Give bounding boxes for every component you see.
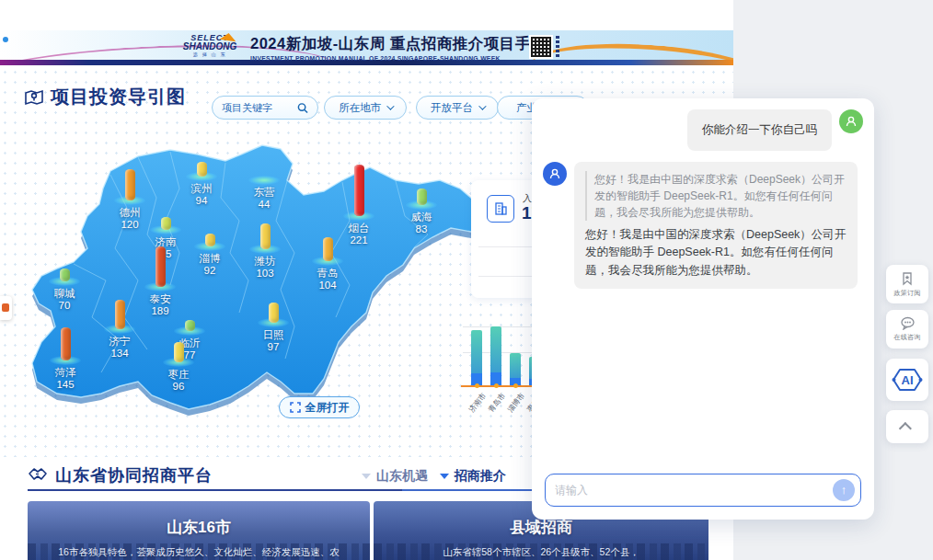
fullscreen-open-button[interactable]: 全屏打开: [279, 396, 360, 418]
keyword-search-input[interactable]: [222, 102, 292, 113]
banner-dot: [3, 37, 8, 42]
filter-platform-dropdown[interactable]: 开放平台: [416, 96, 499, 120]
banner-subtitle: INVESTMENT PROMOTION MANUAL OF 2024 SING…: [250, 55, 526, 62]
bar-淄博市: [510, 353, 521, 385]
filter-platform-label: 开放平台: [431, 101, 473, 115]
logo-subtext: 选 择 山 东: [182, 51, 237, 56]
handshake-icon: [28, 466, 48, 485]
search-icon[interactable]: [297, 102, 308, 114]
select-shandong-logo[interactable]: SELECT SHANDONG 选 择 山 东: [178, 34, 242, 57]
assistant-message-text: 您好！我是由中国的深度求索（DeepSeek）公司开发的智能助手 DeepSee…: [585, 226, 847, 280]
fullscreen-label: 全屏打开: [305, 400, 350, 416]
sidebar-label: 政策订阅: [894, 288, 921, 297]
top-banner: SELECT SHANDONG 选 择 山 东 2024新加坡-山东周 重点招商…: [0, 30, 733, 65]
logo-line2: SHANDONG: [178, 42, 242, 51]
shandong-map[interactable]: [18, 133, 492, 437]
chevron-up-icon: [899, 422, 912, 435]
back-to-top-button[interactable]: [886, 410, 928, 443]
chat-dots-icon: [900, 316, 916, 330]
qr-caption-vertical: [556, 36, 559, 58]
bookmark-star-icon: [900, 271, 915, 286]
card-title: 县域招商: [374, 517, 708, 538]
filter-city-dropdown[interactable]: 所在地市: [324, 96, 407, 120]
online-consult-button[interactable]: 在线咨询: [886, 310, 928, 349]
chevron-down-icon: [386, 102, 394, 109]
nav-label: 山东机遇: [376, 468, 428, 485]
ai-assistant-button[interactable]: AI: [886, 359, 928, 401]
map-guide-icon: [24, 87, 44, 108]
ai-hexagon-icon: AI: [891, 365, 924, 394]
nav-label: 招商推介: [455, 468, 506, 485]
card-desc: 山东省辖58个市辖区、26个县级市、52个县，: [374, 546, 708, 559]
baseline-dot: [475, 383, 479, 388]
assistant-message-bubble: 您好！我是由中国的深度求索（DeepSeek）公司开发的智能助手 DeepSee…: [574, 162, 858, 289]
platform-section-title: 山东省协同招商平台: [55, 464, 213, 486]
qr-code: [529, 35, 553, 59]
triangle-down-icon: [440, 474, 449, 479]
user-avatar: [839, 109, 863, 133]
baseline-dot: [513, 383, 518, 388]
ai-chat-panel: 你能介绍一下你自己吗 您好！我是由中国的深度求索（DeepSeek）公司开发的智…: [532, 98, 874, 520]
left-float-widget[interactable]: [0, 296, 12, 320]
user-message-bubble: 你能介绍一下你自己吗: [687, 109, 832, 151]
card-shandong-16-cities[interactable]: 山东16市 16市各独具特色，荟聚成历史悠久、文化灿烂、经济发展迅速、农: [28, 501, 370, 560]
baseline-dot: [494, 383, 499, 388]
assistant-avatar: [543, 162, 567, 186]
chat-input[interactable]: [555, 484, 833, 497]
banner-titles: 2024新加坡-山东周 重点招商推介项目手册 INVESTMENT PROMOT…: [250, 34, 526, 62]
map-shape[interactable]: [32, 145, 485, 416]
banner-title: 2024新加坡-山东周 重点招商推介项目手册: [250, 34, 526, 54]
svg-text:AI: AI: [902, 373, 914, 387]
nav-investment-promotion[interactable]: 招商推介: [440, 468, 506, 485]
nav-shandong-opportunity[interactable]: 山东机遇: [362, 468, 428, 485]
keyword-search-pill[interactable]: [212, 96, 318, 120]
send-button[interactable]: ↑: [833, 479, 855, 501]
triangle-down-icon: [362, 474, 371, 479]
card-desc: 16市各独具特色，荟聚成历史悠久、文化灿烂、经济发展迅速、农: [28, 546, 370, 559]
building-icon: [487, 195, 514, 223]
map-section-title: 项目投资导引图: [51, 85, 186, 109]
chat-input-bar[interactable]: ↑: [545, 474, 861, 507]
filter-city-label: 所在地市: [339, 101, 381, 115]
chevron-down-icon: [478, 102, 486, 109]
sidebar-label: 在线咨询: [894, 333, 921, 342]
bar-济南市: [471, 330, 482, 385]
bar-青岛市: [490, 326, 501, 385]
policy-subscribe-button[interactable]: 政策订阅: [886, 265, 928, 303]
card-title: 山东16市: [28, 517, 370, 538]
assistant-quote-text: 您好！我是由中国的深度求索（DeepSeek）公司开发的智能助手 DeepSee…: [585, 171, 847, 221]
chat-messages: 你能介绍一下你自己吗 您好！我是由中国的深度求索（DeepSeek）公司开发的智…: [532, 98, 874, 474]
fullscreen-icon: [290, 402, 301, 413]
